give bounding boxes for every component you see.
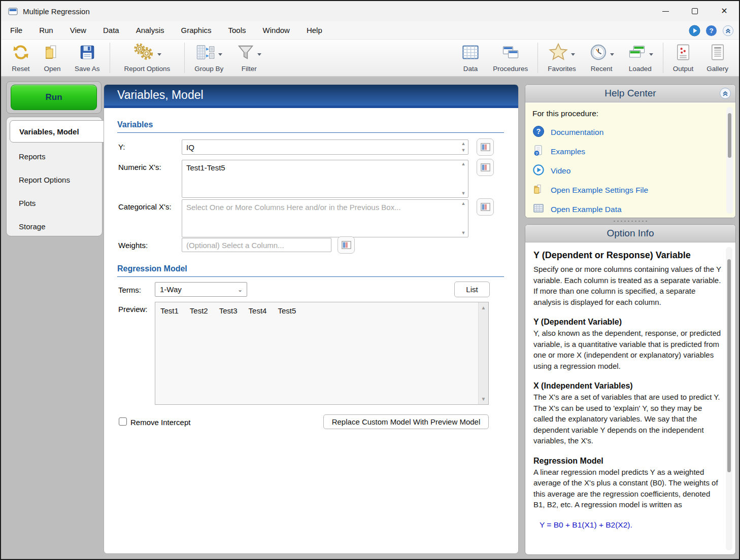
numeric-x-column-picker-button[interactable] [477,159,494,176]
window-controls: ✕ [651,1,739,21]
y-spinner[interactable]: ▲▼ [459,140,467,154]
tab-report-options[interactable]: Report Options [7,168,103,191]
numeric-x-scroll[interactable]: ▲▼ [459,160,467,197]
help-link-open-example-settings[interactable]: Open Example Settings File [532,183,648,197]
help-link-documentation[interactable]: ? Documentation [532,125,603,139]
menu-graphics[interactable]: Graphics [181,26,212,34]
favorites-star-icon [548,42,568,63]
toolbar-filter[interactable]: Filter [230,40,268,76]
tab-plots[interactable]: Plots [7,191,103,215]
help-center-header: Help Center [525,85,735,102]
video-play-icon [532,164,545,178]
option-info-heading: Y (Dependent Variable) [533,318,721,327]
help-link-video[interactable]: Video [532,164,570,178]
run-procedure-icon[interactable] [688,24,700,37]
menu-tools[interactable]: Tools [228,26,246,34]
menu-file[interactable]: File [10,26,22,34]
help-link-examples[interactable]: ? Examples [532,145,585,159]
terms-select[interactable]: 1-Way ⌄ [155,282,247,297]
menu-window[interactable]: Window [263,26,290,34]
panel-splitter-handle[interactable] [613,220,649,223]
collapse-ribbon-icon[interactable] [722,24,734,37]
option-info-title: Option Info [607,228,654,239]
tab-storage[interactable]: Storage [7,215,103,238]
categorical-x-scroll[interactable]: ▲▼ [459,200,467,237]
toolbar-data[interactable]: Data [455,40,486,76]
weights-column-picker-button[interactable] [338,236,355,254]
help-link-open-example-data[interactable]: Open Example Data [532,202,622,217]
filter-funnel-icon [237,43,255,63]
recent-clock-icon [589,43,608,63]
report-options-gears-icon [132,42,155,63]
toolbar-report-options[interactable]: Report Options [113,40,182,76]
loaded-windows-icon [627,44,647,63]
close-button[interactable]: ✕ [710,1,739,21]
menu-bar: File Run View Data Analysis Graphics Too… [1,21,739,40]
option-info-heading: Regression Model [533,457,721,466]
y-input[interactable] [182,139,468,155]
preview-terms: Test1Test2Test3Test4Test5 [160,306,307,315]
procedures-windows-icon [501,44,520,63]
svg-text:?: ? [536,127,541,135]
toolbar-procedures[interactable]: Procedures [486,40,534,76]
help-icon[interactable]: ? [705,24,717,37]
list-button[interactable]: List [454,282,490,297]
option-info-scrollbar[interactable] [726,247,732,550]
help-center-collapse-icon[interactable] [719,87,731,101]
report-options-caret[interactable] [157,53,161,56]
svg-text:?: ? [709,27,713,34]
settings-file-folder-icon [532,183,545,197]
toolbar-gallery[interactable]: Gallery [700,40,735,76]
help-center-panel: Help Center For this procedure: ? Docume… [525,84,736,218]
toolbar-recent[interactable]: Recent [583,40,621,76]
toolbar-save-as[interactable]: Save As [68,40,107,76]
y-column-picker-button[interactable] [477,138,494,156]
option-info-paragraph: The X's are a set of variables that are … [533,392,721,446]
favorites-caret[interactable] [571,53,575,56]
toolbar-separator [110,43,110,73]
run-button[interactable]: Run [11,85,97,110]
model-preview-box[interactable]: Test1Test2Test3Test4Test5 ▲▼ [155,302,489,405]
option-info-heading: X (Independent Variables) [533,381,721,391]
procedure-tabs: Variables, Model Reports Report Options … [6,117,103,236]
documentation-icon: ? [532,125,545,139]
help-intro: For this procedure: [532,109,598,118]
menu-data[interactable]: Data [103,26,119,34]
toolbar-group-by[interactable]: Group By [188,40,230,76]
preview-scrollbar[interactable]: ▲▼ [478,302,488,404]
weights-input[interactable] [182,238,331,252]
tab-reports[interactable]: Reports [7,145,103,168]
panel-title: Variables, Model [117,88,204,102]
maximize-button[interactable] [680,1,710,21]
example-data-grid-icon [532,202,545,217]
option-info-paragraph: A linear regression model predicts Y as … [533,467,721,510]
toolbar-loaded[interactable]: Loaded [621,40,660,76]
toolbar-reset[interactable]: Reset [5,40,37,76]
filter-caret[interactable] [257,53,261,56]
window-title: Multiple Regression [23,7,90,16]
tab-variables-model[interactable]: Variables, Model [10,120,107,143]
group-by-caret[interactable] [218,53,222,56]
replace-custom-model-button[interactable]: Replace Custom Model With Preview Model [323,414,489,429]
menu-run[interactable]: Run [39,26,53,34]
recent-caret[interactable] [610,53,614,56]
svg-text:?: ? [535,151,538,156]
remove-intercept-checkbox[interactable] [119,417,127,426]
loaded-caret[interactable] [649,53,653,56]
remove-intercept-label: Remove Intercept [130,418,190,427]
output-report-icon [675,43,692,63]
categorical-x-column-picker-button[interactable] [477,198,494,216]
numeric-x-input[interactable]: Test1-Test5 [182,160,468,198]
minimize-button[interactable] [651,1,680,21]
categorical-x-input[interactable] [182,199,468,237]
menu-analysis[interactable]: Analysis [136,26,164,34]
run-button-shell: Run [6,81,102,114]
panel-header: Variables, Model [104,85,518,108]
menu-help[interactable]: Help [307,26,322,34]
help-scrollbar[interactable] [726,107,733,214]
toolbar-open[interactable]: Open [37,40,68,76]
toolbar-output[interactable]: Output [666,40,700,76]
variables-section-title: Variables [117,120,153,129]
toolbar-favorites[interactable]: Favorites [541,40,583,76]
menu-view[interactable]: View [70,26,86,34]
